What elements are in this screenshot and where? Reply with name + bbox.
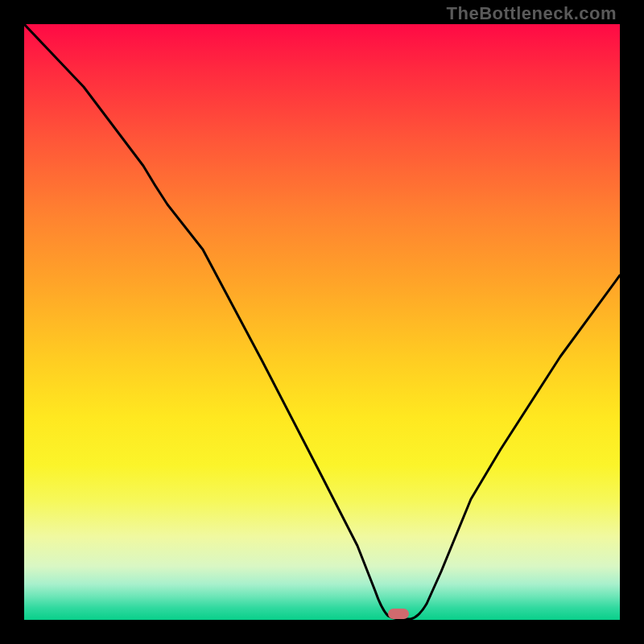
curve-path [24, 24, 620, 619]
optimal-point-marker [388, 609, 409, 619]
chart-container: TheBottleneck.com [0, 0, 644, 644]
plot-area [24, 24, 620, 620]
watermark-text: TheBottleneck.com [447, 3, 617, 24]
bottleneck-curve [24, 24, 620, 620]
